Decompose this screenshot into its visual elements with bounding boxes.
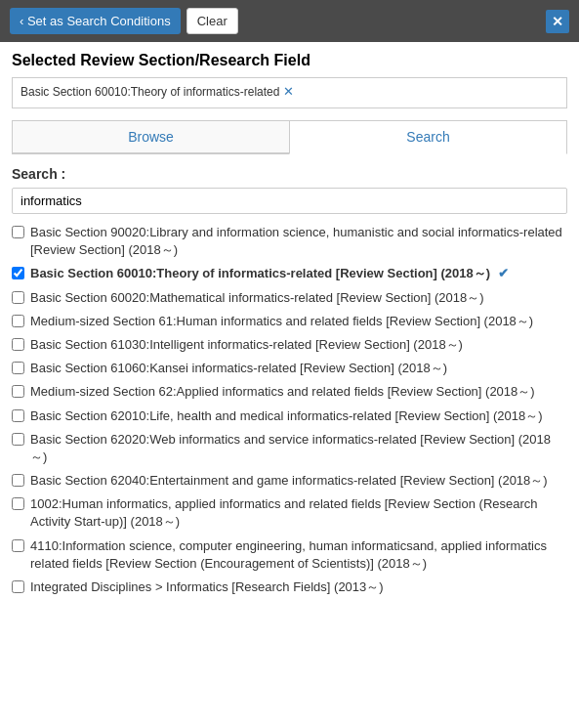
- list-item: Basic Section 60020:Mathematical informa…: [12, 289, 567, 307]
- list-item: Basic Section 61060:Kansei informatics-r…: [12, 360, 567, 377]
- top-bar: ‹ Set as Search Conditions Clear ✕: [0, 0, 579, 42]
- close-button[interactable]: ✕: [546, 10, 569, 33]
- result-label-11: 1002:Human informatics, applied informat…: [30, 495, 567, 531]
- set-search-conditions-button[interactable]: ‹ Set as Search Conditions: [10, 8, 181, 34]
- result-label-3: Basic Section 60020:Mathematical informa…: [30, 289, 484, 307]
- list-item: Medium-sized Section 62:Applied informat…: [12, 383, 567, 401]
- result-label-7: Medium-sized Section 62:Applied informat…: [30, 383, 535, 401]
- list-item: 1002:Human informatics, applied informat…: [12, 495, 567, 531]
- result-checkbox-3[interactable]: [12, 291, 24, 304]
- search-label: Search :: [12, 166, 567, 182]
- result-checkbox-2[interactable]: [12, 267, 24, 279]
- result-label-1: Basic Section 90020:Library and informat…: [30, 224, 567, 259]
- checkmark-icon: ✔: [494, 266, 509, 280]
- result-label-2: Basic Section 60010:Theory of informatic…: [30, 265, 509, 282]
- page-title: Selected Review Section/Research Field: [12, 52, 567, 69]
- result-checkbox-9[interactable]: [12, 433, 24, 446]
- tab-browse-label: Browse: [128, 129, 174, 145]
- result-checkbox-1[interactable]: [12, 226, 24, 238]
- selected-tag: Basic Section 60010:Theory of informatic…: [21, 84, 294, 99]
- list-item: Basic Section 90020:Library and informat…: [12, 224, 567, 259]
- main-content: Selected Review Section/Research Field B…: [0, 42, 579, 612]
- top-bar-left: ‹ Set as Search Conditions Clear: [10, 8, 238, 34]
- selected-tag-text: Basic Section 60010:Theory of informatic…: [21, 85, 279, 99]
- tabs-container: Browse Search: [12, 120, 567, 154]
- result-checkbox-13[interactable]: [12, 580, 24, 593]
- result-label-8: Basic Section 62010:Life, health and med…: [30, 407, 543, 425]
- tab-search[interactable]: Search: [289, 120, 567, 154]
- result-label-12: 4110:Information science, computer engin…: [30, 537, 567, 573]
- result-label-5: Basic Section 61030:Intelligent informat…: [30, 336, 463, 354]
- list-item: Medium-sized Section 61:Human informatic…: [12, 313, 567, 330]
- result-checkbox-7[interactable]: [12, 385, 24, 398]
- result-label-13: Integrated Disciplines > Informatics [Re…: [30, 578, 384, 596]
- result-checkbox-12[interactable]: [12, 539, 24, 552]
- list-item: Basic Section 60010:Theory of informatic…: [12, 265, 567, 282]
- list-item: Basic Section 62010:Life, health and med…: [12, 407, 567, 425]
- search-input[interactable]: [12, 188, 567, 214]
- result-checkbox-11[interactable]: [12, 497, 24, 510]
- list-item: 4110:Information science, computer engin…: [12, 537, 567, 573]
- result-checkbox-4[interactable]: [12, 315, 24, 327]
- result-label-4: Medium-sized Section 61:Human informatic…: [30, 313, 533, 330]
- results-list: Basic Section 90020:Library and informat…: [12, 224, 567, 596]
- result-checkbox-6[interactable]: [12, 362, 24, 374]
- tab-browse[interactable]: Browse: [12, 120, 289, 153]
- result-checkbox-5[interactable]: [12, 338, 24, 351]
- result-label-6: Basic Section 61060:Kansei informatics-r…: [30, 360, 447, 377]
- clear-button[interactable]: Clear: [186, 8, 238, 34]
- result-checkbox-10[interactable]: [12, 474, 24, 487]
- selected-section-box: Basic Section 60010:Theory of informatic…: [12, 77, 567, 108]
- result-label-10: Basic Section 62040:Entertainment and ga…: [30, 472, 548, 490]
- list-item: Integrated Disciplines > Informatics [Re…: [12, 578, 567, 596]
- remove-selection-icon[interactable]: ✕: [283, 84, 294, 99]
- result-label-9: Basic Section 62020:Web informatics and …: [30, 431, 567, 466]
- list-item: Basic Section 61030:Intelligent informat…: [12, 336, 567, 354]
- tab-search-label: Search: [406, 129, 449, 145]
- result-checkbox-8[interactable]: [12, 409, 24, 422]
- list-item: Basic Section 62040:Entertainment and ga…: [12, 472, 567, 490]
- list-item: Basic Section 62020:Web informatics and …: [12, 431, 567, 466]
